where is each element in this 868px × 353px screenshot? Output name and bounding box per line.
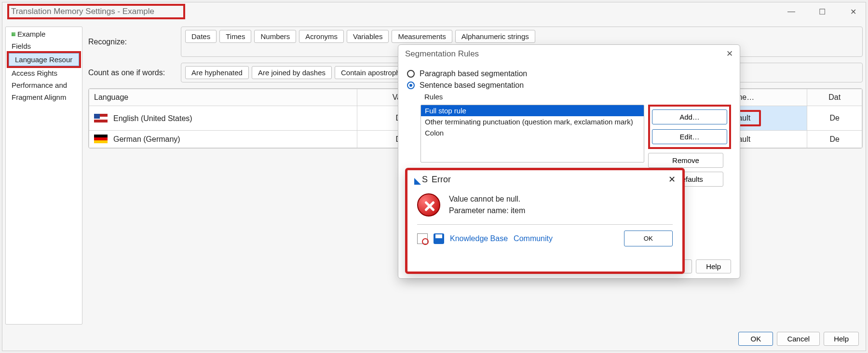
error-titlebar: S Error ✕ [407,170,682,189]
tree-icon [12,32,15,36]
error-dialog: S Error ✕ Value cannot be null. Paramete… [405,168,685,274]
titlebar: Translation Memory Settings - Example — … [2,2,866,21]
help-button[interactable]: Help [824,332,859,346]
radio-paragraph[interactable]: Paragraph based segmentation [407,69,731,78]
sidebar-item-access-rights[interactable]: Access Rights [6,67,82,79]
sidebar: Example Fields Language Resour Access Ri… [5,27,82,325]
pill-measurements[interactable]: Measurements [392,30,452,43]
radio-sentence[interactable]: Sentence based segmentation [407,81,731,90]
add-rule-button[interactable]: Add… [652,109,727,124]
sidebar-item-fragment-alignment[interactable]: Fragment Alignm [6,91,82,103]
col-language[interactable]: Language [89,89,357,106]
radio-off-icon [407,70,415,78]
rule-item[interactable]: Other terminating punctuation (question … [421,116,644,127]
flag-us-icon [94,114,108,122]
pill-hyphenated[interactable]: Are hyphenated [185,66,249,79]
cancel-button[interactable]: Cancel [777,332,820,346]
pill-alphanumeric[interactable]: Alphanumeric strings [455,30,535,43]
community-link[interactable]: Community [514,234,553,243]
pill-variables[interactable]: Variables [347,30,389,43]
knowledge-base-link[interactable]: Knowledge Base [450,234,508,243]
edit-rule-button[interactable]: Edit… [652,129,727,144]
pill-acronyms[interactable]: Acronyms [299,30,344,43]
error-links: Knowledge Base Community [417,233,553,244]
main-footer: OK Cancel Help [738,332,859,346]
col-dates[interactable]: Dat [807,89,862,106]
sidebar-item-example[interactable]: Example [6,28,82,40]
page-icon [417,233,428,244]
remove-rule-button[interactable]: Remove [648,153,723,168]
save-icon [434,233,444,244]
recognize-label: Recognize: [88,38,171,46]
window-title: Translation Memory Settings - Example [7,4,185,19]
error-message: Value cannot be null. Parameter name: it… [449,193,525,217]
add-edit-highlight: Add… Edit… [648,105,731,149]
divider [417,224,673,225]
error-icon [417,193,440,217]
count-label: Count as one if words: [88,68,171,77]
sidebar-item-performance[interactable]: Performance and [6,79,82,91]
pill-numbers[interactable]: Numbers [254,30,296,43]
radio-on-icon [407,81,415,89]
rules-list[interactable]: Full stop rule Other terminating punctua… [420,105,644,163]
rules-label: Rules [424,93,731,101]
pill-dashes[interactable]: Are joined by dashes [252,66,332,79]
pill-times[interactable]: Times [219,30,251,43]
error-close-icon[interactable]: ✕ [668,174,676,185]
maximize-button[interactable]: ☐ [814,7,831,16]
sidebar-highlight: Language Resour [7,51,81,68]
minimize-button[interactable]: — [783,7,800,16]
app-s-icon: S [414,175,428,185]
seg-close-icon[interactable]: ✕ [726,49,733,59]
close-button[interactable]: ✕ [844,7,862,16]
error-title: Error [432,175,668,185]
seg-title: Segmentation Rules [405,49,479,59]
ok-button[interactable]: OK [738,332,773,346]
rule-item[interactable]: Colon [421,127,644,138]
sidebar-item-fields[interactable]: Fields [6,40,82,52]
rule-item[interactable]: Full stop rule [421,105,644,116]
flag-de-icon [94,135,108,143]
window-controls: — ☐ ✕ [783,7,862,16]
sidebar-item-language-resources[interactable]: Language Resour [9,53,79,66]
seg-titlebar: Segmentation Rules ✕ [398,45,740,63]
seg-help-button[interactable]: Help [696,259,731,273]
error-ok-button[interactable]: OK [624,231,673,246]
pill-dates[interactable]: Dates [185,30,217,43]
